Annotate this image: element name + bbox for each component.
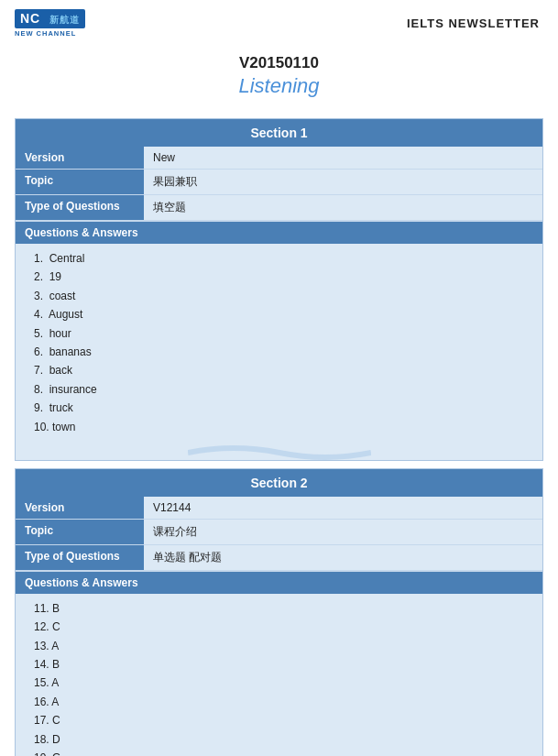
section-1-version-row: Version New [16, 147, 542, 170]
section-1-type-label: Type of Questions [16, 195, 144, 220]
section-2-qa-header: Questions & Answers [16, 571, 542, 594]
s2-answer-18: 18. D [34, 730, 530, 749]
section-2-header: Section 2 [16, 469, 542, 497]
newsletter-title: IELTS NEWSLETTER [407, 16, 540, 30]
section-1-topic-label: Topic [16, 170, 144, 194]
section-2-topic-row: Topic 课程介绍 [16, 520, 542, 545]
wave-divider-1 [16, 444, 542, 460]
s2-answer-17: 17. C [34, 711, 530, 729]
s1-answer-8: 8. insurance [34, 380, 530, 399]
section-1-qa-content: 1. Central 2. 19 3. coast 4. August 5. h… [16, 244, 542, 444]
main-title-area: V20150110 Listening [0, 43, 558, 111]
section-1-qa-header: Questions & Answers [16, 221, 542, 244]
section-2-container: Section 2 Version V12144 Topic 课程介绍 Type… [15, 468, 543, 756]
logo-nc-text: NC [20, 11, 40, 26]
version-id: V20150110 [0, 54, 558, 72]
logo-chinese: 新航道 [49, 15, 80, 25]
s1-answer-4: 4. August [34, 305, 530, 323]
section-1-container: Section 1 Version New Topic 果园兼职 Type of… [15, 118, 543, 461]
logo-nc-badge: NC 新航道 [15, 9, 85, 28]
s2-answer-14: 14. B [34, 655, 530, 674]
s1-answer-2: 2. 19 [34, 268, 530, 286]
s1-answer-6: 6. bananas [34, 343, 530, 361]
logo-wrapper: NC 新航道 NEW CHANNEL [15, 9, 85, 38]
logo-english: NEW CHANNEL [15, 29, 76, 38]
s2-answer-12: 12. C [34, 618, 530, 636]
s2-answer-19: 19. G [34, 749, 530, 756]
header: NC 新航道 NEW CHANNEL IELTS NEWSLETTER [0, 0, 558, 43]
s2-answer-15: 15. A [34, 674, 530, 692]
logo-area: NC 新航道 NEW CHANNEL [15, 9, 85, 38]
s1-answer-10: 10. town [34, 418, 530, 436]
section-1-header: Section 1 [16, 119, 542, 147]
s1-answer-9: 9. truck [34, 399, 530, 417]
section-1-topic-row: Topic 果园兼职 [16, 170, 542, 195]
section-1-topic-value: 果园兼职 [144, 170, 542, 194]
subject-title: Listening [0, 74, 558, 98]
s1-answer-5: 5. hour [34, 324, 530, 343]
s2-answer-13: 13. A [34, 637, 530, 655]
section-2-type-row: Type of Questions 单选题 配对题 [16, 545, 542, 571]
section-1-version-value: New [144, 147, 542, 169]
section-2-qa-content: 11. B 12. C 13. A 14. B 15. A 16. A 17. … [16, 594, 542, 756]
section-2-topic-value: 课程介绍 [144, 520, 542, 544]
section-2-version-label: Version [16, 497, 144, 519]
s2-answer-11: 11. B [34, 599, 530, 618]
section-2-version-value: V12144 [144, 497, 542, 519]
section-1-type-value: 填空题 [144, 195, 542, 220]
s1-answer-7: 7. back [34, 361, 530, 379]
section-2-version-row: Version V12144 [16, 497, 542, 520]
s1-answer-1: 1. Central [34, 249, 530, 268]
section-2-type-label: Type of Questions [16, 545, 144, 570]
section-1-type-row: Type of Questions 填空题 [16, 195, 542, 221]
section-2-topic-label: Topic [16, 520, 144, 544]
s1-answer-3: 3. coast [34, 287, 530, 305]
section-1-version-label: Version [16, 147, 144, 169]
s2-answer-16: 16. A [34, 693, 530, 711]
section-2-type-value: 单选题 配对题 [144, 545, 542, 570]
